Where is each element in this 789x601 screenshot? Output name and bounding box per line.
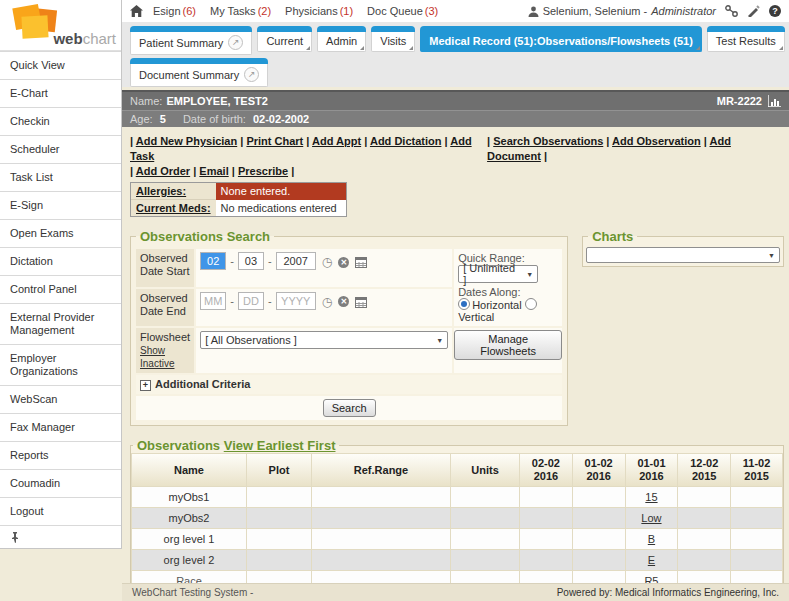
start-day-input[interactable]	[238, 252, 264, 270]
sidebar-item-e-sign[interactable]: E-Sign	[0, 191, 121, 219]
chart-icon[interactable]	[768, 95, 781, 107]
open-in-window-icon[interactable]: ↗	[244, 67, 259, 82]
chevron-down-icon: ▼	[436, 337, 443, 344]
current-meds-link[interactable]: Current Meds:	[136, 202, 211, 214]
table-row: myObs2 Low	[132, 508, 782, 528]
calendar-icon[interactable]	[355, 256, 367, 268]
add-dictation-link[interactable]: Add Dictation	[370, 135, 442, 147]
add-order-link[interactable]: Add Order	[136, 165, 190, 177]
doc-queue-count: (3)	[425, 5, 438, 17]
column-header-date: 01-012016	[626, 454, 678, 486]
end-month-input[interactable]	[200, 292, 226, 310]
age-label: Age:	[130, 113, 153, 125]
expand-icon: +	[140, 380, 151, 391]
observations-search-legend: Observations Search	[136, 229, 274, 244]
show-inactive-link[interactable]: Show Inactive	[140, 345, 174, 369]
footer: WebChart Testing System - Powered by: Me…	[122, 583, 789, 601]
print-chart-link[interactable]: Print Chart	[246, 135, 303, 147]
observations-title: Observations	[137, 438, 220, 453]
sidebar-item-reports[interactable]: Reports	[0, 441, 121, 469]
search-button[interactable]: Search	[323, 399, 376, 417]
home-icon[interactable]	[130, 5, 143, 17]
wand-icon[interactable]	[747, 5, 760, 17]
sidebar-item-quick-view[interactable]: Quick View	[0, 51, 121, 79]
sidebar-item-employer-organizations[interactable]: Employer Organizations	[0, 344, 121, 385]
tab-document-summary[interactable]: Document Summary↗	[130, 58, 268, 87]
calendar-icon[interactable]	[355, 296, 367, 308]
menu-my-tasks[interactable]: My Tasks(2)	[210, 5, 271, 17]
end-day-input[interactable]	[238, 292, 264, 310]
tab-admin[interactable]: Admin	[317, 26, 366, 52]
start-year-input[interactable]	[276, 252, 316, 270]
prescribe-link[interactable]: Prescribe	[238, 165, 288, 177]
add-appt-link[interactable]: Add Appt	[312, 135, 361, 147]
tab-dropdown-indicator	[306, 46, 310, 50]
add-observation-link[interactable]: Add Observation	[612, 135, 701, 147]
tab-medical-record-active[interactable]: Medical Record (51):Observations/Flowshe…	[420, 26, 701, 52]
start-month-input[interactable]	[200, 252, 226, 270]
link-icon[interactable]	[725, 5, 738, 17]
sidebar-item-e-chart[interactable]: E-Chart	[0, 79, 121, 107]
clock-icon[interactable]: ◷	[322, 255, 332, 269]
menu-doc-queue[interactable]: Doc Queue(3)	[367, 5, 438, 17]
sidebar-item-fax-manager[interactable]: Fax Manager	[0, 413, 121, 441]
sidebar-item-webscan[interactable]: WebScan	[0, 385, 121, 413]
end-year-input[interactable]	[276, 292, 316, 310]
column-header-plot: Plot	[247, 454, 311, 486]
allergies-link[interactable]: Allergies:	[136, 185, 186, 197]
sidebar-item-open-exams[interactable]: Open Exams	[0, 219, 121, 247]
allergies-meds-box: Allergies: None entered. Current Meds: N…	[130, 182, 347, 217]
additional-criteria-toggle[interactable]: +Additional Criteria	[136, 375, 562, 394]
current-user[interactable]: Selenium, Selenium - Administrator	[528, 5, 716, 17]
sidebar-item-coumadin[interactable]: Coumadin	[0, 469, 121, 497]
tab-visits[interactable]: Visits	[371, 26, 415, 52]
observation-value-link[interactable]: E	[648, 554, 655, 566]
column-header-date: 11-022015	[731, 454, 782, 486]
tab-current[interactable]: Current	[257, 26, 312, 52]
tab-dropdown-indicator	[360, 46, 364, 50]
open-in-window-icon[interactable]: ↗	[228, 35, 243, 50]
observation-name: myObs2	[132, 508, 246, 528]
clock-icon[interactable]: ◷	[322, 295, 332, 309]
quick-range-select[interactable]: [ Unlimited ] ▼	[458, 265, 538, 283]
clear-date-icon[interactable]: ✕	[338, 257, 349, 268]
charts-select[interactable]: ▼	[586, 247, 780, 263]
patient-age: 5	[160, 113, 166, 125]
footer-system-name: WebChart Testing System -	[132, 587, 253, 598]
user-icon	[528, 6, 539, 17]
sidebar-item-checkin[interactable]: Checkin	[0, 107, 121, 135]
column-header-units: Units	[451, 454, 519, 486]
tab-patient-summary[interactable]: Patient Summary↗	[130, 26, 252, 55]
flowsheet-select[interactable]: [ All Observations ] ▼	[200, 331, 448, 349]
observation-value-link[interactable]: B	[648, 533, 655, 545]
search-observations-link[interactable]: Search Observations	[493, 135, 603, 147]
sidebar-item-task-list[interactable]: Task List	[0, 163, 121, 191]
dates-along-vertical-radio[interactable]	[525, 298, 537, 310]
table-row: org level 1 B	[132, 529, 782, 549]
chevron-down-icon: ▼	[768, 252, 775, 259]
manage-flowsheets-button[interactable]: Manage Flowsheets	[454, 330, 562, 360]
sidebar-item-dictation[interactable]: Dictation	[0, 247, 121, 275]
help-icon[interactable]: ?	[769, 5, 781, 17]
add-new-physician-link[interactable]: Add New Physician	[136, 135, 237, 147]
menu-esign[interactable]: Esign(6)	[153, 5, 196, 17]
email-link[interactable]: Email	[199, 165, 228, 177]
clear-date-icon[interactable]: ✕	[338, 296, 349, 307]
name-label: Name:	[130, 95, 162, 107]
webchart-logo[interactable]: webchart	[0, 0, 121, 51]
pin-sidebar-toggle[interactable]	[0, 525, 121, 548]
tab-strip: Patient Summary↗ Current Admin Visits Me…	[122, 22, 789, 87]
allergies-value: None entered.	[216, 183, 346, 200]
sidebar-item-logout[interactable]: Logout	[0, 497, 121, 525]
observation-value-link[interactable]: 15	[645, 491, 657, 503]
sidebar-item-scheduler[interactable]: Scheduler	[0, 135, 121, 163]
medical-record-number: MR-2222	[717, 95, 762, 107]
observation-value-link[interactable]: Low	[641, 512, 661, 524]
menu-physicians[interactable]: Physicians(1)	[285, 5, 353, 17]
sidebar: webchart Quick View E-Chart Checkin Sche…	[0, 0, 122, 549]
sidebar-item-control-panel[interactable]: Control Panel	[0, 275, 121, 303]
dates-along-horizontal-radio[interactable]	[458, 298, 470, 310]
tab-test-results[interactable]: Test Results	[707, 26, 785, 52]
sidebar-item-external-provider-management[interactable]: External Provider Management	[0, 303, 121, 344]
view-earliest-first-link[interactable]: View Earliest First	[224, 438, 336, 453]
